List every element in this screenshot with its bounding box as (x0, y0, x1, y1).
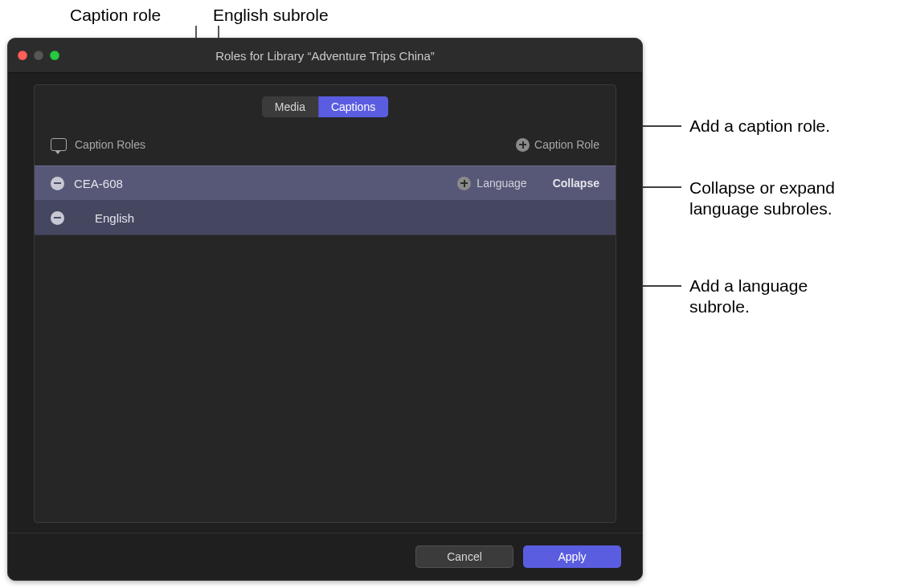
add-caption-role-button[interactable]: Caption Role (516, 138, 599, 152)
add-language-button[interactable]: Language (457, 177, 526, 190)
dialog-footer: Cancel Apply (8, 533, 642, 580)
callout-caption-role: Caption role (70, 5, 161, 26)
caption-role-row[interactable]: CEA-608 Language Collapse (35, 165, 616, 201)
add-language-label: Language (477, 177, 526, 190)
cancel-button[interactable]: Cancel (415, 545, 513, 568)
caption-roles-title: Caption Roles (75, 138, 145, 151)
close-icon[interactable] (18, 51, 27, 60)
content-panel: Media Captions Caption Roles Caption Rol… (34, 84, 616, 523)
language-subrole-row[interactable]: English (35, 201, 616, 235)
caption-role-name: CEA-608 (74, 177, 123, 190)
collapse-button[interactable]: Collapse (537, 177, 599, 190)
language-subrole-name: English (95, 211, 134, 225)
tab-media[interactable]: Media (262, 96, 318, 117)
window-controls (8, 51, 59, 60)
plus-icon (457, 177, 471, 190)
add-caption-role-label: Caption Role (534, 138, 599, 151)
callout-add-language-subrole: Add a language subrole. (689, 276, 858, 318)
callout-collapse-expand: Collapse or expand language subroles. (689, 178, 874, 220)
roles-window: Roles for Library “Adventure Trips China… (7, 38, 643, 581)
remove-role-icon[interactable] (51, 177, 64, 190)
window-titlebar: Roles for Library “Adventure Trips China… (8, 39, 642, 73)
tab-captions[interactable]: Captions (318, 96, 388, 117)
apply-button[interactable]: Apply (523, 545, 621, 568)
callout-english-subrole: English subrole (213, 5, 329, 26)
window-body: Media Captions Caption Roles Caption Rol… (8, 73, 642, 534)
zoom-icon[interactable] (50, 51, 59, 60)
caption-roles-header: Caption Roles Caption Role (51, 135, 599, 154)
minimize-icon (34, 51, 43, 60)
caption-icon (51, 138, 67, 151)
window-title: Roles for Library “Adventure Trips China… (8, 49, 642, 63)
remove-subrole-icon[interactable] (51, 211, 64, 225)
roles-tabs: Media Captions (262, 96, 388, 117)
caption-roles-list: CEA-608 Language Collapse English (35, 165, 616, 235)
plus-icon (516, 138, 530, 152)
callout-add-caption-role: Add a caption role. (689, 116, 830, 137)
